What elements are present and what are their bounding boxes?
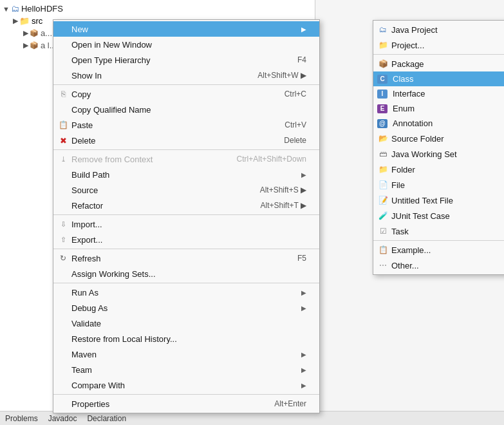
submenu-source-folder[interactable]: 📂 Source Folder <box>373 131 504 146</box>
package-icon: 📦 <box>377 59 389 69</box>
menu-item-new-label: New <box>71 24 296 34</box>
menu-item-copy[interactable]: ⎘ Copy Ctrl+C <box>53 86 319 102</box>
menu-item-export[interactable]: ⇧ Export... <box>53 232 319 247</box>
bottom-bar-javadoc[interactable]: Javadoc <box>48 414 77 423</box>
properties-shortcut: Alt+Enter <box>274 399 306 408</box>
menu-item-refactor[interactable]: Refactor Alt+Shift+T ▶ <box>53 198 319 213</box>
run-as-icon <box>57 287 69 298</box>
submenu-project[interactable]: 📁 Project... <box>373 37 504 53</box>
menu-item-source-label: Source <box>71 185 241 195</box>
submenu-untitled-text[interactable]: 📝 Untitled Text File <box>373 193 504 208</box>
menu-item-new[interactable]: New ▶ <box>53 21 319 37</box>
menu-item-assign-working-sets[interactable]: Assign Working Sets... <box>53 266 319 281</box>
menu-item-properties[interactable]: Properties Alt+Enter <box>53 396 319 411</box>
source-folder-icon: 📂 <box>377 133 389 144</box>
maven-icon <box>57 349 69 359</box>
menu-item-restore-history-label: Restore from Local History... <box>71 334 306 344</box>
submenu-divider-1 <box>373 54 504 55</box>
submenu-class-label: Class <box>393 74 504 84</box>
tree-project-icon: 🗂 <box>11 4 19 14</box>
submenu-java-project[interactable]: 🗂 Java Project <box>373 22 504 37</box>
open-type-shortcut: F4 <box>297 55 306 64</box>
validate-icon <box>57 318 69 328</box>
menu-item-remove-context-label: Remove from Context <box>71 155 218 164</box>
submenu-class[interactable]: C Class ↗ <box>373 71 504 86</box>
debug-as-arrow-icon: ▶ <box>301 305 306 312</box>
menu-item-debug-as[interactable]: Debug As ▶ <box>53 300 319 316</box>
menu-item-restore-history[interactable]: Restore from Local History... <box>53 331 319 346</box>
tree-src-label: src <box>32 16 42 26</box>
menu-item-paste-label: Paste <box>71 120 265 130</box>
menu-item-refresh[interactable]: ↻ Refresh F5 <box>53 250 319 266</box>
run-as-arrow-icon: ▶ <box>301 289 306 296</box>
menu-item-copy-qualified[interactable]: Copy Qualified Name <box>53 102 319 117</box>
remove-context-icon: ⤓ <box>57 154 69 164</box>
debug-as-icon <box>57 303 69 313</box>
submenu-new: 🗂 Java Project 📁 Project... 📦 Package C … <box>373 20 504 275</box>
submenu-file[interactable]: 📄 File <box>373 177 504 193</box>
menu-item-paste[interactable]: 📋 Paste Ctrl+V <box>53 117 319 133</box>
file-icon: 📄 <box>377 180 389 190</box>
submenu-junit[interactable]: 🧪 JUnit Test Case <box>373 208 504 223</box>
menu-item-maven[interactable]: Maven ▶ <box>53 346 319 362</box>
submenu-java-working-set-label: Java Working Set <box>391 149 504 159</box>
task-icon: ☑ <box>377 226 389 236</box>
maven-arrow-icon: ▶ <box>301 351 306 358</box>
bottom-bar-declaration[interactable]: Declaration <box>87 414 126 423</box>
menu-item-open-window-label: Open in New Window <box>71 40 306 50</box>
submenu-task[interactable]: ☑ Task <box>373 223 504 239</box>
tree-root[interactable]: ▼ 🗂 HelloHDFS <box>0 0 315 15</box>
menu-item-validate[interactable]: Validate <box>53 316 319 331</box>
submenu-folder[interactable]: 📁 Folder <box>373 162 504 177</box>
submenu-package[interactable]: 📦 Package <box>373 56 504 71</box>
menu-item-delete-label: Delete <box>71 136 265 146</box>
refactor-shortcut: Alt+Shift+T ▶ <box>261 201 306 210</box>
submenu-other[interactable]: ⋯ Other... Ctrl+N <box>373 258 504 273</box>
class-icon: C <box>377 75 387 84</box>
tree-expand-icon: ▼ <box>3 5 10 13</box>
menu-item-import[interactable]: ⇩ Import... <box>53 216 319 232</box>
menu-item-delete[interactable]: ✖ Delete Delete <box>53 133 319 148</box>
bottom-bar-problems[interactable]: Problems <box>5 414 38 423</box>
submenu-java-project-label: Java Project <box>391 25 504 35</box>
submenu-java-working-set[interactable]: 🗃 Java Working Set <box>373 146 504 162</box>
team-icon <box>57 364 69 375</box>
menu-item-open-type-label: Open Type Hierarchy <box>71 55 278 65</box>
submenu-annotation[interactable]: @ Annotation <box>373 116 504 131</box>
folder-icon: 📁 <box>377 164 389 175</box>
restore-history-icon <box>57 334 69 344</box>
submenu-interface[interactable]: I Interface <box>373 86 504 101</box>
submenu-enum[interactable]: E Enum <box>373 101 504 116</box>
menu-item-copy-qualified-label: Copy Qualified Name <box>71 105 306 115</box>
menu-item-open-window[interactable]: Open in New Window <box>53 37 319 52</box>
menu-item-build-path-label: Build Path <box>71 170 296 180</box>
submenu-divider-2 <box>373 240 504 241</box>
tree-child1-label: a... <box>41 28 52 38</box>
build-path-icon <box>57 169 69 180</box>
tree-src-icon: 📁 <box>19 16 30 26</box>
project-icon: 📁 <box>377 40 389 50</box>
show-in-icon <box>57 70 69 80</box>
delete-shortcut: Delete <box>284 136 306 145</box>
menu-item-show-in[interactable]: Show In Alt+Shift+W ▶ <box>53 68 319 83</box>
submenu-other-label: Other... <box>391 261 498 270</box>
menu-item-export-label: Export... <box>71 235 306 245</box>
enum-icon: E <box>377 104 387 113</box>
submenu-junit-label: JUnit Test Case <box>391 211 504 221</box>
compare-with-arrow-icon: ▶ <box>301 382 306 389</box>
refresh-icon: ↻ <box>57 253 69 263</box>
submenu-annotation-label: Annotation <box>393 118 504 128</box>
menu-item-remove-context[interactable]: ⤓ Remove from Context Ctrl+Alt+Shift+Dow… <box>53 151 319 167</box>
submenu-example[interactable]: 📋 Example... <box>373 242 504 258</box>
team-arrow-icon: ▶ <box>301 366 306 373</box>
menu-item-open-type[interactable]: Open Type Hierarchy F4 <box>53 52 319 68</box>
menu-item-source[interactable]: Source Alt+Shift+S ▶ <box>53 182 319 198</box>
menu-item-properties-label: Properties <box>71 399 255 409</box>
refresh-shortcut: F5 <box>297 254 306 263</box>
menu-item-run-as[interactable]: Run As ▶ <box>53 285 319 300</box>
menu-item-build-path[interactable]: Build Path ▶ <box>53 167 319 182</box>
menu-item-team[interactable]: Team ▶ <box>53 362 319 377</box>
refactor-icon <box>57 200 69 211</box>
menu-item-compare-with[interactable]: Compare With ▶ <box>53 377 319 393</box>
submenu-example-label: Example... <box>391 245 504 255</box>
